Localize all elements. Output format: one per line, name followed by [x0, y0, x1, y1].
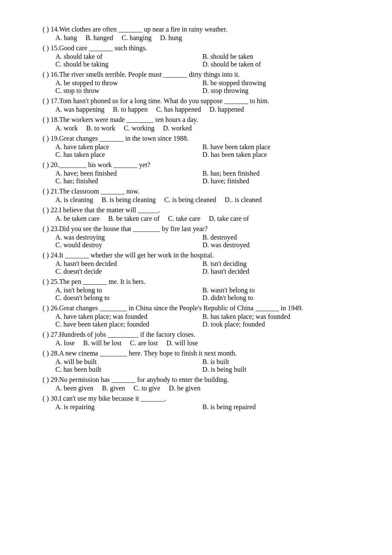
question-line: ( ) 30. I can't use my bike because it _…: [43, 395, 349, 402]
question-block: ( ) 27. Hundreds of jobs _________ if th…: [43, 331, 349, 347]
question-prefix: ( ) 21.: [43, 188, 59, 195]
option-item: B. wasn't belong to: [202, 286, 349, 294]
option-item: A. was happening: [55, 106, 104, 113]
question-prefix: ( ) 29.: [43, 376, 59, 384]
option-item: B. to work: [86, 124, 115, 132]
question-prefix: ( ) 22.: [43, 206, 59, 214]
option-item: D. be given: [169, 384, 200, 392]
question-block: ( ) 21. The classroom _______ now.A. is …: [43, 188, 349, 204]
option-item: B. will be lost: [83, 339, 121, 347]
options-grid: A. have taken place; was foundedB. has t…: [55, 313, 349, 328]
question-line: ( ) 18. The workers were made ________ t…: [43, 116, 349, 124]
option-item: A. be taken care: [55, 215, 100, 223]
question-block: ( ) 20. ________ his work _______ yet?A.…: [43, 161, 349, 185]
option-item: A. be stopped to throw: [55, 79, 202, 87]
options-grid: A. have; been finishedB. has; been finis…: [55, 170, 349, 185]
question-line: ( ) 16. The river smells terrible. Peopl…: [43, 71, 349, 78]
question-line: ( ) 20. ________ his work _______ yet?: [43, 161, 349, 169]
question-block: ( ) 14. Wet clothes are often _______ up…: [43, 26, 349, 42]
option-item: C. has happened: [156, 106, 201, 113]
options-row: A. was happeningB. to happenC. has happe…: [55, 106, 349, 113]
option-item: D. happened: [210, 106, 244, 113]
option-item: C. are lost: [130, 339, 158, 347]
question-text: I believe that the matter will ______.: [59, 206, 349, 214]
option-item: A. will be built: [55, 358, 202, 366]
option-item: D. didn't belong to: [202, 294, 349, 302]
option-item: B. is being cleaning: [101, 196, 156, 204]
quiz-container: ( ) 14. Wet clothes are often _______ up…: [43, 26, 349, 411]
option-item: B. be taken care of: [108, 215, 159, 223]
question-text: The river smells terrible. People must _…: [59, 71, 349, 78]
option-item: D. should be taken of: [202, 61, 349, 68]
option-item: D. was destroyed: [202, 241, 349, 249]
options-grid: A. is repairingB. is being repaired: [55, 403, 349, 411]
option-item: C. take care: [168, 215, 200, 223]
question-block: ( ) 23. Did you see the house that _____…: [43, 225, 349, 249]
question-text: A new cinema ________ here. They hope to…: [59, 350, 349, 357]
option-item: C. has taken place: [55, 151, 202, 159]
question-line: ( ) 23. Did you see the house that _____…: [43, 225, 349, 233]
question-prefix: ( ) 24.: [43, 251, 59, 259]
option-item: C. have been taken place; founded: [55, 321, 202, 328]
question-line: ( ) 22. I believe that the matter will _…: [43, 206, 349, 214]
question-prefix: ( ) 15.: [43, 44, 59, 52]
question-line: ( ) 17. Tom hasn't phoned us for a long …: [43, 97, 349, 105]
option-item: D. will lose: [166, 339, 198, 347]
option-item: B. destroyed: [202, 234, 349, 241]
question-block: ( ) 19. Great changes _______ in the tow…: [43, 135, 349, 159]
options-row: A. been givenB. givenC. to giveD. be giv…: [55, 384, 349, 392]
option-item: A. should take of: [55, 53, 202, 61]
question-text: The pen _______ me. It is hers.: [59, 278, 349, 286]
question-prefix: ( ) 19.: [43, 135, 59, 142]
question-block: ( ) 24. It _______ whether she will get …: [43, 251, 349, 275]
question-text: I can't use my bike because it _______.: [59, 395, 349, 402]
option-item: C. working: [124, 124, 154, 132]
option-item: B. is being repaired: [202, 403, 349, 411]
option-item: C. doesn't decide: [55, 268, 202, 275]
option-item: B. isn't deciding: [202, 260, 349, 268]
option-item: A. been given: [55, 384, 93, 392]
option-item: A. is repairing: [55, 403, 202, 411]
option-item: D. have; finished: [202, 177, 349, 185]
option-item: C. has been built: [55, 366, 202, 373]
question-text: Tom hasn't phoned us for a long time. Wh…: [59, 97, 349, 105]
question-text: Hundreds of jobs _________ if the factor…: [59, 331, 349, 338]
option-item: B. has; been finished: [202, 170, 349, 177]
question-prefix: ( ) 18.: [43, 116, 59, 124]
option-item: C. hanging: [122, 34, 152, 42]
options-grid: A. hasn't been decidedB. isn't decidingC…: [55, 260, 349, 275]
question-prefix: ( ) 20.: [43, 161, 59, 169]
question-text: ________ his work _______ yet?: [59, 161, 349, 169]
question-block: ( ) 26. Great changes ________ in China …: [43, 304, 349, 328]
option-item: A. isn't belong to: [55, 286, 202, 294]
option-item: D. hung: [160, 34, 182, 42]
options-grid: A. was destroyingB. destroyedC. would de…: [55, 234, 349, 249]
question-block: ( ) 25. The pen _______ me. It is hers.A…: [43, 278, 349, 302]
option-item: C. has; finished: [55, 177, 202, 185]
question-prefix: ( ) 23.: [43, 225, 59, 233]
option-item: A. hang: [55, 34, 77, 42]
option-item: D. worked: [163, 124, 192, 132]
option-item: B. have been taken place: [202, 143, 349, 151]
option-item: D. took place; founded: [202, 321, 349, 328]
option-item: B. has taken place; was founded: [202, 313, 349, 321]
option-item: D.. is cleaned: [225, 196, 262, 204]
options-row: A. workB. to workC. workingD. worked: [55, 124, 349, 132]
option-item: B. hanged: [86, 34, 113, 42]
option-item: A. have taken place; was founded: [55, 313, 202, 321]
option-item: B. is built: [202, 358, 349, 366]
question-line: ( ) 26. Great changes ________ in China …: [43, 304, 349, 312]
option-item: A. is cleaning: [55, 196, 93, 204]
question-line: ( ) 24. It _______ whether she will get …: [43, 251, 349, 259]
question-text: Great changes ________ in China since th…: [59, 304, 349, 312]
option-item: C. stop to throw: [55, 87, 202, 95]
option-item: A. work: [55, 124, 78, 132]
question-text: Wet clothes are often _______ up near a …: [59, 26, 349, 33]
option-item: B. to happen: [113, 106, 147, 113]
question-text: It _______ whether she will get her work…: [59, 251, 349, 259]
question-prefix: ( ) 16.: [43, 71, 59, 78]
question-block: ( ) 30. I can't use my bike because it _…: [43, 395, 349, 411]
question-block: ( ) 16. The river smells terrible. Peopl…: [43, 71, 349, 95]
question-text: Great changes _______ in the town since …: [59, 135, 349, 142]
option-item: A. hasn't been decided: [55, 260, 202, 268]
